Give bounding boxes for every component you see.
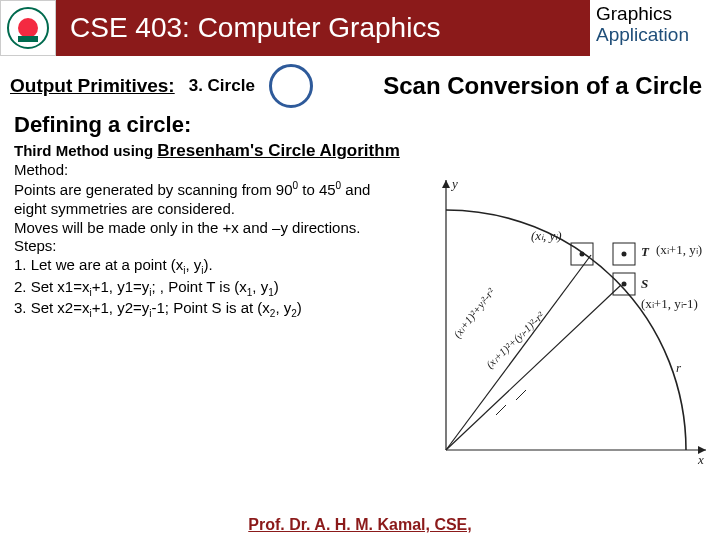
step-3: 3. Set x2=xi+1, y2=yi-1; Point S is at (…: [14, 299, 406, 321]
svg-line-7: [446, 255, 591, 450]
circle-diagram: y x r (xᵢ, yᵢ) T (xᵢ+1, yᵢ) S (xᵢ+1, yᵢ-…: [416, 170, 716, 470]
point-T-label: T: [641, 244, 649, 260]
output-primitives-label: Output Primitives:: [10, 75, 175, 97]
topic-number: 3. Circle: [189, 76, 255, 96]
circle-shape-icon: [269, 64, 313, 108]
point-T-coord: (xᵢ+1, yᵢ): [656, 242, 702, 258]
svg-point-13: [622, 252, 627, 257]
point-xy-label: (xᵢ, yᵢ): [531, 228, 562, 244]
method-para1: Points are generated by scanning from 90…: [14, 180, 406, 219]
svg-rect-2: [18, 36, 38, 42]
svg-point-12: [580, 252, 585, 257]
topic-tab: Graphics Application: [590, 0, 720, 56]
body-text: Third Method using Bresenham's Circle Al…: [0, 140, 420, 321]
svg-marker-6: [442, 180, 450, 188]
method-label: Method:: [14, 161, 406, 180]
subheader: Output Primitives: 3. Circle Scan Conver…: [0, 56, 720, 112]
svg-line-16: [516, 390, 526, 400]
svg-point-14: [622, 282, 627, 287]
point-S-coord: (xᵢ+1, yᵢ-1): [641, 296, 698, 312]
step-1: 1. Let we are at a point (xi, yi).: [14, 256, 406, 278]
header-bar: CSE 403: Computer Graphics Graphics Appl…: [0, 0, 720, 56]
svg-line-15: [496, 405, 506, 415]
steps-label: Steps:: [14, 237, 406, 256]
method-title: Third Method using Bresenham's Circle Al…: [14, 140, 406, 161]
section-heading: Defining a circle:: [0, 112, 720, 140]
svg-point-1: [18, 18, 38, 38]
y-axis-label: y: [452, 176, 458, 192]
x-axis-label: x: [698, 452, 704, 468]
footer: Prof. Dr. A. H. M. Kamal, CSE,: [0, 516, 720, 534]
tab-line1: Graphics: [596, 4, 714, 25]
step-2: 2. Set x1=xi+1, y1=yi; , Point T is (x1,…: [14, 278, 406, 300]
method-para2: Moves will be made only in the +x and –y…: [14, 219, 406, 238]
scan-conversion-title: Scan Conversion of a Circle: [383, 72, 710, 100]
university-logo: [0, 0, 56, 56]
r-label: r: [676, 360, 681, 376]
point-S-label: S: [641, 276, 648, 292]
tab-line2: Application: [596, 25, 714, 46]
algorithm-name: Bresenham's Circle Algorithm: [157, 141, 399, 160]
footer-text: Prof. Dr. A. H. M. Kamal, CSE,: [248, 516, 471, 533]
